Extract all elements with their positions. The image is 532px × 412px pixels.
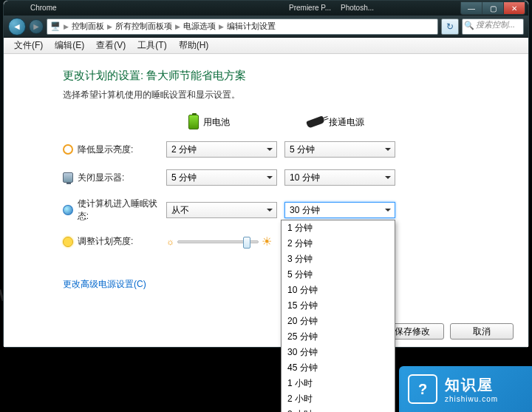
breadcrumb[interactable]: 🖥️ ▶ 控制面板▶ 所有控制面板项▶ 电源选项▶ 编辑计划设置 <box>47 18 438 35</box>
breadcrumb-item[interactable]: 控制面板 <box>72 21 104 32</box>
dropdown-option[interactable]: 3 分钟 <box>282 251 395 267</box>
dim-battery-combo[interactable]: 2 分钟 <box>166 141 277 158</box>
dropdown-option[interactable]: 25 分钟 <box>282 329 395 345</box>
titlebar[interactable]: Chrome Premiere P... Photosh... — ▢ ✕ <box>4 1 528 16</box>
breadcrumb-icon: 🖥️ <box>50 21 61 31</box>
dropdown-option[interactable]: 3 小时 <box>282 407 395 412</box>
sleep-ac-combo[interactable]: 30 分钟 <box>284 202 395 218</box>
sleep-battery-combo[interactable]: 从不 <box>166 202 277 218</box>
back-button[interactable]: ◄ <box>8 18 26 36</box>
row-brightness-label: 调整计划亮度: <box>63 235 166 248</box>
control-panel-window: Chrome Premiere P... Photosh... — ▢ ✕ ◄ … <box>3 0 529 348</box>
logo-title: 知识屋 <box>445 375 498 395</box>
close-button[interactable]: ✕ <box>503 1 525 15</box>
menu-help[interactable]: 帮助(H) <box>173 38 215 53</box>
maximize-button[interactable]: ▢ <box>482 1 504 15</box>
display-icon <box>63 172 73 183</box>
cancel-button[interactable]: 取消 <box>450 323 514 340</box>
column-battery: 用电池 <box>166 115 284 129</box>
tab-chrome: Chrome <box>26 3 61 13</box>
slider-thumb[interactable] <box>243 237 250 249</box>
dropdown-option[interactable]: 2 分钟 <box>282 236 395 251</box>
brightness-battery-slider[interactable]: ☼ ☀ <box>166 234 284 249</box>
display-ac-combo[interactable]: 10 分钟 <box>284 169 395 186</box>
row-display-label: 关闭显示器: <box>63 172 166 184</box>
menu-edit[interactable]: 编辑(E) <box>49 38 90 53</box>
sun-large-icon: ☀ <box>262 234 272 249</box>
sun-small-icon: ☼ <box>166 237 174 247</box>
dropdown-option[interactable]: 2 小时 <box>282 391 395 407</box>
breadcrumb-item[interactable]: 所有控制面板项 <box>115 21 172 32</box>
logo-badge-icon: ? <box>408 374 437 404</box>
dropdown-option[interactable]: 1 分钟 <box>282 220 395 236</box>
plug-icon <box>306 115 325 129</box>
dropdown-option[interactable]: 30 分钟 <box>282 345 395 360</box>
page-title: 更改计划的设置: 鲁大师节能省电方案 <box>63 69 528 83</box>
minimize-button[interactable]: — <box>460 1 482 15</box>
menu-file[interactable]: 文件(F) <box>8 38 49 53</box>
menubar: 文件(F) 编辑(E) 查看(V) 工具(T) 帮助(H) <box>4 38 528 54</box>
nav-toolbar: ◄ ► 🖥️ ▶ 控制面板▶ 所有控制面板项▶ 电源选项▶ 编辑计划设置 ↻ 搜… <box>4 16 528 38</box>
column-ac: 接通电源 <box>284 116 403 129</box>
dropdown-option[interactable]: 45 分钟 <box>282 360 395 376</box>
logo-subtitle: zhishiwu.com <box>445 395 498 403</box>
search-input[interactable]: 搜索控制... <box>462 18 524 35</box>
dim-ac-combo[interactable]: 5 分钟 <box>284 141 395 158</box>
sleep-icon <box>63 205 73 215</box>
advanced-power-link[interactable]: 更改高级电源设置(C) <box>63 278 146 291</box>
brightness-icon <box>63 237 73 247</box>
dropdown-option[interactable]: 15 分钟 <box>282 298 395 314</box>
tab-photoshop: Photosh... <box>336 3 378 13</box>
dropdown-option[interactable]: 1 小时 <box>282 376 395 391</box>
refresh-button[interactable]: ↻ <box>441 18 459 35</box>
forward-button[interactable]: ► <box>29 19 44 34</box>
page-subtitle: 选择希望计算机使用的睡眠设置和显示设置。 <box>63 89 528 101</box>
dropdown-option[interactable]: 5 分钟 <box>282 267 395 283</box>
breadcrumb-item[interactable]: 电源选项 <box>183 21 216 32</box>
dim-icon <box>63 144 73 155</box>
row-sleep-label: 使计算机进入睡眠状态: <box>63 197 166 223</box>
menu-view[interactable]: 查看(V) <box>90 38 132 53</box>
breadcrumb-item[interactable]: 编辑计划设置 <box>227 21 276 32</box>
content-area: 更改计划的设置: 鲁大师节能省电方案 选择希望计算机使用的睡眠设置和显示设置。 … <box>4 54 528 347</box>
dropdown-option[interactable]: 20 分钟 <box>282 314 395 329</box>
menu-tools[interactable]: 工具(T) <box>132 38 172 53</box>
site-logo: ? 知识屋 zhishiwu.com <box>399 366 532 412</box>
tab-premiere: Premiere P... <box>284 3 335 13</box>
battery-icon <box>188 115 199 129</box>
sleep-ac-dropdown[interactable]: 1 分钟2 分钟3 分钟5 分钟10 分钟15 分钟20 分钟25 分钟30 分… <box>281 220 395 412</box>
row-dim-label: 降低显示亮度: <box>63 143 166 156</box>
dropdown-option[interactable]: 10 分钟 <box>282 283 395 298</box>
display-battery-combo[interactable]: 5 分钟 <box>166 169 277 186</box>
